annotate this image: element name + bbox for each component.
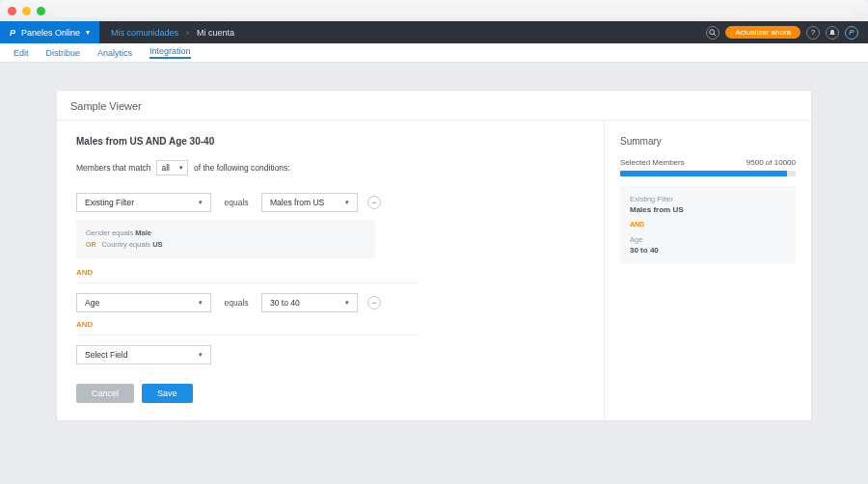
nested-line-label: Gender	[86, 229, 110, 237]
remove-condition-button[interactable]: −	[367, 296, 381, 309]
breadcrumb-separator-icon: ›	[186, 28, 189, 38]
browser-chrome	[0, 0, 868, 21]
chevron-down-icon: ▾	[86, 28, 90, 37]
nested-line-op: equals	[112, 229, 133, 237]
and-separator: AND	[76, 268, 584, 277]
sample-viewer-panel: Sample Viewer Males from US AND Age 30-4…	[56, 90, 812, 421]
condition-field-value: Existing Filter	[85, 198, 134, 207]
condition-operator: equals	[221, 198, 252, 207]
summary-filter-value: 30 to 40	[630, 245, 786, 256]
summary-filter-label: Existing Filter	[630, 194, 786, 204]
selected-members-count: 9500 of 10000	[746, 158, 796, 167]
condition-field-value: Age	[85, 298, 99, 308]
selected-members-label: Selected Members	[620, 158, 685, 167]
brand-logo-icon: P	[10, 28, 15, 38]
svg-line-1	[714, 33, 716, 35]
breadcrumb-account: Mi cuenta	[197, 28, 234, 38]
filter-builder: Males from US AND Age 30-40 Members that…	[57, 121, 604, 420]
workspace: Sample Viewer Males from US AND Age 30-4…	[0, 63, 868, 439]
nested-or-badge: OR	[86, 241, 96, 248]
divider	[76, 335, 419, 336]
match-label-suffix: of the following conditions:	[194, 163, 290, 173]
profile-icon[interactable]: P	[845, 26, 858, 40]
top-nav: P Paneles Online ▾ Mis comunidades › Mi …	[0, 21, 868, 43]
condition-value-select[interactable]: 30 to 40 ▾	[261, 293, 358, 312]
notifications-icon[interactable]	[826, 26, 839, 40]
condition-field-select[interactable]: Select Field ▾	[76, 345, 211, 364]
tab-integration[interactable]: Integration	[149, 46, 191, 59]
condition-row: Existing Filter ▾ equals Males from US ▾…	[76, 193, 584, 212]
tab-analytics[interactable]: Analytics	[97, 48, 132, 58]
tab-distribute[interactable]: Distribue	[46, 48, 81, 58]
summary-and-separator: AND	[630, 220, 786, 230]
match-mode-row: Members that match all ▾ of the followin…	[76, 160, 584, 175]
nested-line-label: Country	[102, 240, 127, 249]
divider	[76, 282, 419, 283]
search-icon[interactable]	[706, 26, 719, 40]
nested-filter-preview: Gender equals Male OR Country equals US	[76, 220, 375, 258]
summary-panel: Summary Selected Members 9500 of 10000 E…	[604, 121, 811, 420]
save-button[interactable]: Save	[142, 384, 193, 403]
help-icon[interactable]: ?	[806, 26, 820, 40]
remove-condition-button[interactable]: −	[367, 196, 381, 209]
condition-field-select[interactable]: Age ▾	[76, 293, 211, 312]
svg-point-0	[710, 29, 715, 34]
nested-line-op: equals	[129, 240, 150, 249]
maximize-window-icon[interactable]	[37, 7, 45, 15]
breadcrumb: Mis comunidades › Mi cuenta	[99, 28, 234, 38]
upgrade-button[interactable]: Actualizar ahora	[725, 26, 800, 39]
chevron-down-icon: ▾	[345, 199, 349, 206]
nested-line-value: Male	[135, 229, 151, 237]
chevron-down-icon: ▾	[345, 299, 349, 307]
condition-operator: equals	[221, 298, 252, 308]
close-window-icon[interactable]	[8, 7, 16, 15]
progress-bar-fill	[620, 171, 787, 176]
panel-title: Sample Viewer	[57, 91, 811, 121]
url-bar[interactable]	[55, 4, 854, 17]
condition-field-placeholder: Select Field	[85, 350, 127, 360]
condition-value: 30 to 40	[270, 298, 300, 308]
chevron-down-icon: ▾	[199, 299, 203, 307]
breadcrumb-community[interactable]: Mis comunidades	[111, 28, 178, 38]
summary-title: Summary	[620, 136, 796, 147]
nested-line-value: US	[152, 240, 162, 249]
filter-name: Males from US AND Age 30-40	[76, 136, 584, 147]
condition-row: Select Field ▾	[76, 345, 584, 364]
chevron-down-icon: ▾	[199, 351, 203, 359]
minimize-window-icon[interactable]	[22, 7, 31, 15]
condition-row: Age ▾ equals 30 to 40 ▾ −	[76, 293, 584, 312]
summary-filter-value: Males from US	[630, 204, 786, 216]
match-mode-select[interactable]: all ▾	[156, 160, 188, 175]
tab-edit[interactable]: Edit	[14, 48, 29, 58]
window-controls	[8, 7, 45, 15]
action-buttons: Cancel Save	[76, 384, 584, 403]
chevron-down-icon: ▾	[179, 164, 183, 172]
cancel-button[interactable]: Cancel	[76, 384, 134, 403]
brand-menu[interactable]: P Paneles Online ▾	[0, 21, 99, 43]
minus-icon: −	[371, 199, 376, 207]
match-label-prefix: Members that match	[76, 163, 150, 173]
sub-nav: Edit Distribue Analytics Integration	[0, 43, 868, 63]
summary-card: Existing Filter Males from US AND Age 30…	[620, 186, 796, 264]
selected-members-progress	[620, 171, 796, 176]
minus-icon: −	[371, 299, 376, 308]
condition-field-select[interactable]: Existing Filter ▾	[76, 193, 211, 212]
condition-value: Males from US	[270, 198, 324, 207]
match-mode-value: all	[161, 163, 170, 173]
chevron-down-icon: ▾	[199, 199, 203, 206]
condition-value-select[interactable]: Males from US ▾	[261, 193, 358, 212]
and-separator: AND	[76, 320, 584, 329]
brand-name: Paneles Online	[21, 28, 80, 38]
summary-filter-label: Age	[630, 234, 786, 245]
